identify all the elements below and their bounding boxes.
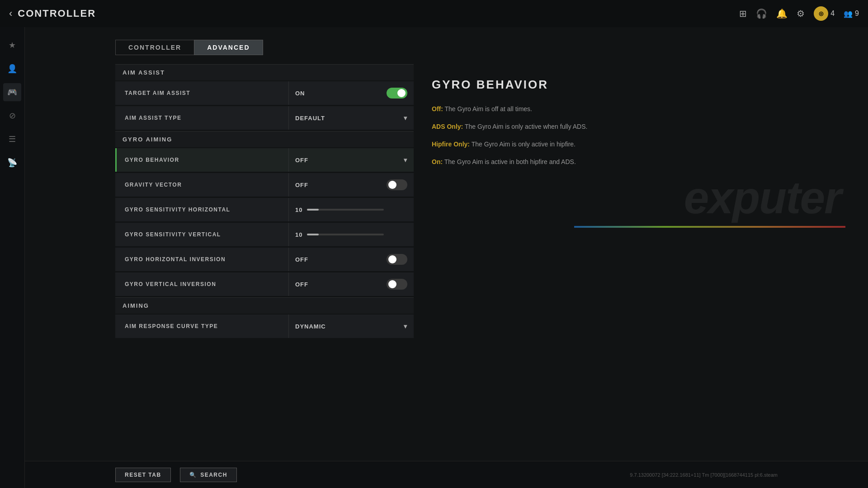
sidebar-item-list[interactable]: ☰ — [3, 130, 21, 148]
info-line-off: Off: The Gyro Aim is off at all times. — [432, 104, 850, 114]
watermark-underline — [574, 226, 845, 228]
topbar: ‹ CONTROLLER ⊞ 🎧 🔔 ⚙ ◎ 4 👥 9 — [0, 0, 868, 27]
sidebar: ★ 👤 🎮 ⊘ ☰ 📡 — [0, 27, 25, 488]
label-gravity-vector: GRAVITY VECTOR — [117, 182, 288, 188]
info-highlight-on: On: — [432, 158, 443, 165]
grid-icon[interactable]: ⊞ — [739, 8, 747, 19]
player-count: 4 — [830, 9, 835, 18]
info-text-ads: The Gyro Aim is only active when fully A… — [465, 123, 588, 130]
value-text-gyro-sensitivity-horizontal: 10 — [295, 206, 302, 213]
label-gyro-behavior: GYRO BEHAVIOR — [117, 157, 288, 163]
value-target-aim-assist: ON — [288, 81, 414, 105]
label-gyro-sensitivity-horizontal: GYRO SENSITIVITY HORIZONTAL — [117, 206, 288, 213]
reset-tab-button[interactable]: RESET TAB — [115, 468, 171, 482]
group-badge: 👥 9 — [844, 9, 859, 18]
slider-fill-gyro-v — [307, 234, 319, 235]
info-highlight-off: Off: — [432, 105, 443, 113]
row-gyro-sensitivity-horizontal[interactable]: GYRO SENSITIVITY HORIZONTAL 10 — [115, 198, 414, 221]
headphones-icon[interactable]: 🎧 — [756, 8, 767, 19]
settings-panel: AIM ASSIST TARGET AIM ASSIST ON AIM ASSI… — [115, 64, 414, 488]
info-panel-title: GYRO BEHAVIOR — [432, 78, 850, 92]
row-gyro-behavior[interactable]: GYRO BEHAVIOR OFF ▾ — [115, 148, 414, 172]
section-header-gyro-aiming: GYRO AIMING — [115, 131, 414, 147]
bottom-bar: RESET TAB 🔍 SEARCH 9.7.13200072 [34:222.… — [25, 461, 868, 488]
value-gyro-horizontal-inversion: OFF — [288, 248, 414, 271]
sidebar-item-profile[interactable]: 👤 — [3, 60, 21, 78]
row-gyro-sensitivity-vertical[interactable]: GYRO SENSITIVITY VERTICAL 10 — [115, 223, 414, 246]
tab-controller[interactable]: CONTROLLER — [115, 40, 194, 55]
settings-area: AIM ASSIST TARGET AIM ASSIST ON AIM ASSI… — [25, 64, 868, 488]
row-target-aim-assist[interactable]: TARGET AIM ASSIST ON — [115, 81, 414, 105]
value-gravity-vector: OFF — [288, 173, 414, 197]
label-gyro-vertical-inversion: GYRO VERTICAL INVERSION — [117, 281, 288, 287]
value-gyro-sensitivity-vertical: 10 — [288, 223, 414, 246]
info-line-ads: ADS Only: The Gyro Aim is only active wh… — [432, 122, 850, 131]
toggle-knob-gravity — [388, 181, 396, 189]
toggle-gyro-vertical-inversion[interactable] — [387, 279, 407, 290]
sidebar-item-controller[interactable]: 🎮 — [3, 83, 21, 101]
info-panel: GYRO BEHAVIOR Off: The Gyro Aim is off a… — [414, 64, 868, 488]
value-text-aim-response-curve: DYNAMIC — [295, 323, 326, 330]
toggle-gyro-horizontal-inversion[interactable] — [387, 254, 407, 265]
row-gravity-vector[interactable]: GRAVITY VECTOR OFF — [115, 173, 414, 197]
value-text-gyro-sensitivity-vertical: 10 — [295, 231, 302, 238]
info-text-off: The Gyro Aim is off at all times. — [445, 105, 532, 113]
value-text-target-aim-assist: ON — [295, 90, 305, 97]
label-target-aim-assist: TARGET AIM ASSIST — [117, 90, 288, 96]
value-text-gravity-vector: OFF — [295, 182, 308, 188]
debug-info: 9.7.13200072 [34:222.1681+11] Tm [7000][… — [630, 472, 778, 478]
dropdown-arrow-aim-response[interactable]: ▾ — [404, 323, 407, 330]
sidebar-item-crosshair[interactable]: ⊘ — [3, 107, 21, 125]
info-line-hipfire: Hipfire Only: The Gyro Aim is only activ… — [432, 140, 850, 149]
section-header-aiming: AIMING — [115, 297, 414, 314]
section-header-aim-assist: AIM ASSIST — [115, 64, 414, 80]
value-text-gyro-v-inversion: OFF — [295, 281, 308, 288]
bell-icon[interactable]: 🔔 — [776, 8, 788, 19]
toggle-gravity-vector[interactable] — [387, 179, 407, 190]
page-title: CONTROLLER — [18, 8, 96, 19]
row-aim-response-curve-type[interactable]: AIM RESPONSE CURVE TYPE DYNAMIC ▾ — [115, 314, 414, 338]
group-icon: 👥 — [844, 9, 853, 18]
group-count: 9 — [855, 9, 859, 18]
row-gyro-vertical-inversion[interactable]: GYRO VERTICAL INVERSION OFF — [115, 272, 414, 296]
row-gyro-horizontal-inversion[interactable]: GYRO HORIZONTAL INVERSION OFF — [115, 248, 414, 271]
value-text-aim-assist-type: DEFAULT — [295, 115, 325, 122]
sidebar-item-star[interactable]: ★ — [3, 36, 21, 54]
tab-advanced[interactable]: ADVANCED — [194, 40, 263, 55]
value-text-gyro-behavior: OFF — [295, 157, 308, 164]
main-content: CONTROLLER ADVANCED AIM ASSIST TARGET AI… — [25, 27, 868, 488]
search-icon: 🔍 — [189, 472, 197, 478]
value-gyro-vertical-inversion: OFF — [288, 272, 414, 296]
slider-gyro-sensitivity-horizontal[interactable] — [307, 209, 384, 211]
toggle-knob-gyro-h-inv — [388, 255, 396, 263]
value-text-gyro-h-inversion: OFF — [295, 256, 308, 263]
label-gyro-horizontal-inversion: GYRO HORIZONTAL INVERSION — [117, 256, 288, 263]
dropdown-arrow-gyro-behavior[interactable]: ▾ — [404, 156, 407, 164]
topbar-left: ‹ CONTROLLER — [9, 8, 96, 19]
back-button[interactable]: ‹ — [9, 8, 12, 19]
tabs-row: CONTROLLER ADVANCED — [25, 27, 868, 64]
label-aim-response-curve-type: AIM RESPONSE CURVE TYPE — [117, 323, 288, 329]
topbar-right: ⊞ 🎧 🔔 ⚙ ◎ 4 👥 9 — [739, 6, 859, 21]
gear-icon[interactable]: ⚙ — [797, 8, 805, 19]
value-aim-assist-type: DEFAULT ▾ — [288, 106, 414, 130]
value-gyro-sensitivity-horizontal: 10 — [288, 198, 414, 221]
info-highlight-ads: ADS Only: — [432, 123, 463, 130]
row-aim-assist-type[interactable]: AIM ASSIST TYPE DEFAULT ▾ — [115, 106, 414, 130]
info-line-on: On: The Gyro Aim is active in both hipfi… — [432, 157, 850, 167]
toggle-target-aim-assist[interactable] — [387, 88, 407, 99]
label-aim-assist-type: AIM ASSIST TYPE — [117, 115, 288, 121]
toggle-knob — [397, 89, 406, 97]
avatar: ◎ — [814, 6, 828, 21]
value-gyro-behavior: OFF ▾ — [288, 148, 414, 172]
search-button[interactable]: 🔍 SEARCH — [180, 468, 237, 482]
info-text-on: The Gyro Aim is active in both hipfire a… — [444, 158, 576, 165]
info-text-hipfire: The Gyro Aim is only active in hipfire. — [472, 141, 576, 148]
label-gyro-sensitivity-vertical: GYRO SENSITIVITY VERTICAL — [117, 231, 288, 238]
sidebar-item-broadcast[interactable]: 📡 — [3, 154, 21, 172]
value-aim-response-curve-type: DYNAMIC ▾ — [288, 314, 414, 338]
dropdown-arrow-aim-assist-type[interactable]: ▾ — [404, 114, 407, 122]
slider-gyro-sensitivity-vertical[interactable] — [307, 234, 384, 235]
info-highlight-hipfire: Hipfire Only: — [432, 141, 470, 148]
toggle-knob-gyro-v-inv — [388, 280, 396, 288]
